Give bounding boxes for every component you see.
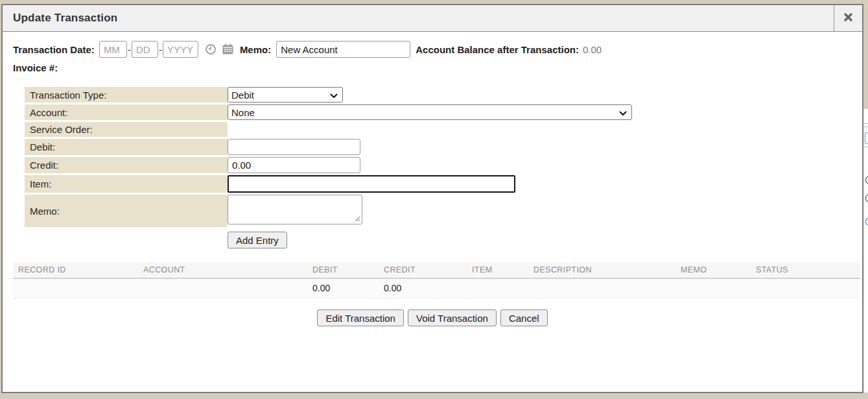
date-day-input[interactable]	[132, 41, 158, 58]
update-transaction-dialog: Update Transaction Transaction Date: - -	[1, 4, 863, 393]
debit-label: Debit:	[25, 139, 228, 155]
credit-input[interactable]	[228, 157, 360, 173]
background-fragment	[865, 195, 868, 202]
date-month-input[interactable]	[99, 41, 127, 58]
cell-item	[467, 278, 528, 298]
column-debit: DEBIT	[307, 262, 379, 278]
cell-record-id	[13, 278, 138, 298]
column-status: STATUS	[751, 262, 860, 278]
date-year-input[interactable]	[163, 41, 198, 58]
transaction-type-selected: Debit	[231, 90, 254, 101]
service-order-label: Service Order:	[25, 122, 228, 137]
clock-icon[interactable]	[205, 43, 217, 55]
memo-label: Memo:	[240, 44, 271, 55]
cell-account	[138, 278, 307, 298]
transaction-type-select[interactable]: Debit	[228, 87, 343, 103]
background-fragment	[864, 147, 868, 147]
transaction-header-row: Transaction Date: - -	[13, 41, 852, 58]
credit-label: Credit:	[25, 157, 228, 173]
service-order-value	[228, 122, 852, 137]
column-account: ACCOUNT	[138, 262, 307, 278]
debit-input[interactable]	[228, 139, 360, 155]
dialog-titlebar: Update Transaction	[3, 5, 862, 32]
transaction-type-label: Transaction Type:	[25, 87, 228, 103]
account-balance-value: 0.00	[583, 44, 602, 55]
edit-transaction-button[interactable]: Edit Transaction	[317, 309, 404, 326]
dialog-title: Update Transaction	[3, 12, 117, 25]
transaction-date-label: Transaction Date:	[13, 44, 95, 55]
transaction-memo-input[interactable]	[276, 41, 410, 58]
entry-memo-textarea[interactable]	[228, 195, 362, 224]
item-input[interactable]	[228, 175, 515, 193]
calendar-icon[interactable]	[222, 43, 234, 55]
column-item: ITEM	[467, 262, 528, 278]
entries-table: RECORD ID ACCOUNT DEBIT CREDIT ITEM DESC…	[13, 262, 860, 298]
cell-debit: 0.00	[307, 278, 379, 298]
close-icon	[843, 12, 853, 25]
column-record-id: RECORD ID	[13, 262, 138, 278]
background-fragment	[864, 123, 868, 124]
cell-status	[751, 278, 860, 298]
entries-header-row: RECORD ID ACCOUNT DEBIT CREDIT ITEM DESC…	[13, 262, 860, 278]
column-description: DESCRIPTION	[528, 262, 675, 278]
account-label: Account:	[25, 104, 228, 120]
account-selected: None	[231, 107, 255, 118]
date-separator: -	[128, 44, 131, 55]
background-page-sliver	[863, 109, 868, 393]
background-fragment	[865, 176, 868, 184]
cell-credit: 0.00	[379, 278, 467, 298]
background-fragment	[865, 218, 868, 225]
column-memo: MEMO	[675, 262, 751, 278]
invoice-label: Invoice #:	[13, 62, 58, 73]
dialog-actions: Edit Transaction Void Transaction Cancel	[13, 309, 852, 326]
void-transaction-button[interactable]: Void Transaction	[408, 309, 497, 326]
close-button[interactable]	[834, 5, 862, 31]
item-label: Item:	[25, 175, 228, 193]
account-balance-label: Account Balance after Transaction:	[416, 44, 579, 55]
invoice-row: Invoice #:	[13, 62, 852, 73]
entry-memo-label: Memo:	[25, 195, 228, 227]
cell-memo	[675, 278, 751, 298]
entry-form: Transaction Type: Debit Account: None	[25, 87, 852, 227]
cell-description	[528, 278, 675, 298]
background-fragment	[865, 132, 868, 144]
chevron-down-icon	[619, 107, 627, 118]
chevron-down-icon	[330, 90, 338, 101]
account-select[interactable]: None	[228, 104, 632, 120]
dialog-body: Transaction Date: - -	[3, 32, 862, 326]
table-row[interactable]: 0.00 0.00	[13, 278, 860, 298]
background-fragment	[864, 127, 868, 127]
column-credit: CREDIT	[379, 262, 467, 278]
cancel-button[interactable]: Cancel	[500, 309, 548, 326]
date-separator: -	[159, 44, 162, 55]
add-entry-button[interactable]: Add Entry	[228, 232, 287, 248]
